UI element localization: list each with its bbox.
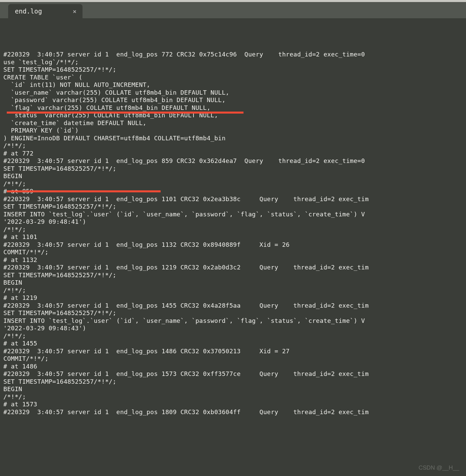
close-icon[interactable]: × (73, 8, 76, 15)
file-tab[interactable]: end.log × (8, 4, 83, 18)
watermark-text: CSDN @__H__ (419, 465, 459, 471)
editor-content[interactable]: #220329 3:40:57 server id 1 end_log_pos … (0, 18, 466, 426)
tab-filename: end.log (15, 7, 42, 15)
highlight-annotation-1 (7, 112, 243, 114)
tab-bar: end.log × (0, 2, 466, 18)
highlight-annotation-2 (7, 190, 161, 192)
log-text: #220329 3:40:57 server id 1 end_log_pos … (3, 51, 463, 416)
